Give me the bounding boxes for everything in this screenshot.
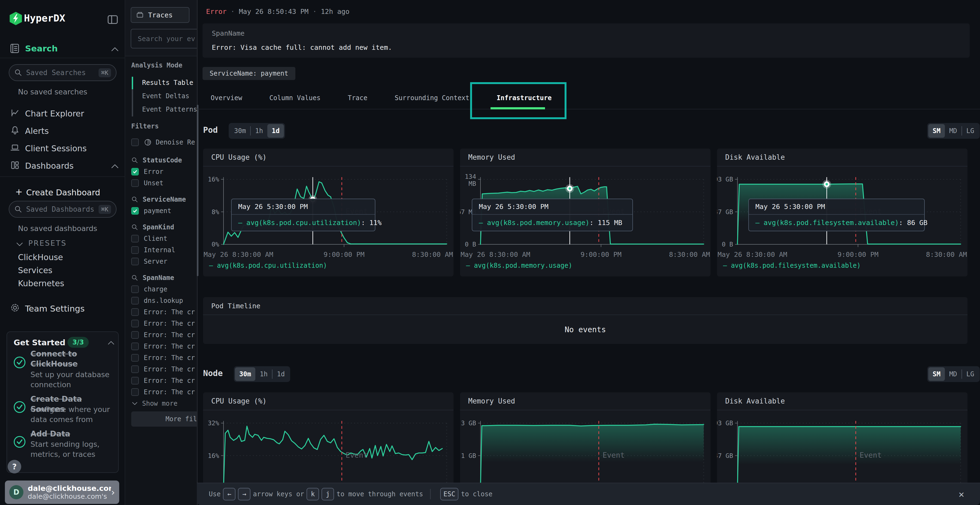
chevron-up-icon[interactable] bbox=[110, 163, 120, 170]
size-lg[interactable]: LG bbox=[962, 124, 978, 138]
filter-group-spankind[interactable]: SpanKind bbox=[131, 222, 174, 232]
filter-option-error-span[interactable]: Error: The cr bbox=[131, 342, 195, 351]
checkbox[interactable] bbox=[131, 286, 139, 293]
range-1h[interactable]: 1h bbox=[255, 367, 272, 381]
pod-memory-chart[interactable]: 134MB67 MB0 BEventMay 26 8:30:00 AM9:00:… bbox=[460, 149, 711, 276]
sidebar-item-kubernetes[interactable]: Kubernetes bbox=[18, 279, 64, 288]
filter-option-client[interactable]: Client bbox=[131, 234, 167, 243]
mode-results-table[interactable]: Results Table bbox=[142, 79, 193, 87]
saved-dashboards-input[interactable]: Saved Dashboards ⌘K bbox=[9, 201, 116, 218]
sidebar-item-chart-explorer[interactable]: Chart Explorer bbox=[25, 109, 84, 118]
checkbox[interactable] bbox=[131, 297, 139, 305]
filter-option-dns-lookup[interactable]: dns.lookup bbox=[131, 296, 183, 305]
filter-group-servicename[interactable]: ServiceName bbox=[131, 195, 186, 204]
source-select[interactable]: Traces bbox=[130, 7, 189, 23]
checkbox-checked[interactable] bbox=[131, 207, 139, 215]
k-key[interactable]: k bbox=[307, 488, 319, 500]
filter-option-error[interactable]: Error bbox=[131, 167, 163, 176]
checkbox[interactable] bbox=[131, 138, 139, 146]
sidebar-item-dashboards[interactable]: Dashboards bbox=[25, 161, 73, 171]
size-sm[interactable]: SM bbox=[928, 124, 945, 138]
arrow-right-key[interactable]: → bbox=[238, 488, 250, 500]
filter-option-charge[interactable]: charge bbox=[131, 284, 167, 294]
filter-group-statuscode[interactable]: StatusCode bbox=[131, 156, 182, 165]
size-md[interactable]: MD bbox=[945, 124, 961, 138]
checkbox[interactable] bbox=[131, 388, 139, 396]
search-query-input[interactable]: Search your ev bbox=[130, 29, 197, 48]
checkbox[interactable] bbox=[131, 179, 139, 187]
esc-key[interactable]: ESC bbox=[440, 488, 458, 500]
range-1d[interactable]: 1d bbox=[272, 367, 289, 381]
tab-trace[interactable]: Trace bbox=[348, 94, 367, 102]
mode-event-patterns[interactable]: Event Patterns bbox=[142, 106, 197, 113]
checkbox[interactable] bbox=[131, 377, 139, 384]
search-icon bbox=[14, 205, 22, 213]
search-icon bbox=[14, 68, 22, 77]
tab-overview[interactable]: Overview bbox=[211, 94, 242, 102]
tab-surrounding-context[interactable]: Surrounding Context bbox=[395, 94, 469, 102]
arrow-left-key[interactable]: ← bbox=[223, 488, 235, 500]
more-filters-button[interactable]: More fil bbox=[131, 411, 197, 427]
sidebar-item-client-sessions[interactable]: Client Sessions bbox=[25, 144, 87, 153]
svg-text:134MB: 134MB bbox=[465, 173, 476, 187]
pod-size-toggle: SMMDLG bbox=[927, 123, 980, 139]
checkbox[interactable] bbox=[131, 343, 139, 350]
checkbox[interactable] bbox=[131, 235, 139, 243]
checkbox[interactable] bbox=[131, 246, 139, 254]
size-md[interactable]: MD bbox=[945, 367, 961, 381]
filter-option-internal[interactable]: Internal bbox=[131, 245, 175, 255]
chevron-up-icon[interactable] bbox=[110, 46, 120, 53]
sidebar-item-team-settings[interactable]: Team Settings bbox=[25, 304, 85, 313]
annotation-highlight-box bbox=[470, 82, 566, 119]
help-button[interactable]: ? bbox=[8, 460, 21, 473]
size-lg[interactable]: LG bbox=[962, 367, 978, 381]
filter-option-error-span[interactable]: Error: The cr bbox=[131, 376, 195, 385]
filter-option-error-span[interactable]: Error: The cr bbox=[131, 308, 195, 317]
pod-disk-chart[interactable]: 93 GB47 GB0 BEventMay 26 8:30:00 AM9:00:… bbox=[717, 149, 967, 276]
pod-cpu-chart[interactable]: 16%8%0%EventMay 26 8:30:00 AM9:00:00 PM8… bbox=[203, 149, 453, 276]
filter-group-spanname[interactable]: SpanName bbox=[131, 273, 174, 283]
filter-option-unset[interactable]: Unset bbox=[131, 178, 163, 188]
filter-denoise[interactable]: Denoise Re bbox=[131, 138, 195, 147]
chevron-up-icon[interactable] bbox=[107, 340, 115, 346]
create-dashboard-button[interactable]: Create Dashboard bbox=[26, 188, 100, 197]
filter-option-error-span[interactable]: Error: The cr bbox=[131, 319, 195, 328]
range-1d[interactable]: 1d bbox=[267, 124, 284, 138]
range-30m[interactable]: 30m bbox=[230, 124, 250, 138]
filter-option-error-span[interactable]: Error: The cr bbox=[131, 387, 195, 397]
checkbox[interactable] bbox=[131, 354, 139, 362]
tab-column-values[interactable]: Column Values bbox=[269, 94, 321, 102]
presets-header[interactable]: PRESETS bbox=[28, 239, 67, 247]
get-started-step-title[interactable]: Connect to ClickHouse bbox=[30, 349, 110, 369]
scrollbar-thumb[interactable] bbox=[197, 105, 199, 276]
filter-option-server[interactable]: Server bbox=[131, 257, 167, 266]
user-menu[interactable]: D dale@clickhouse.com dale@clickhouse.co… bbox=[5, 481, 119, 504]
filter-option-payment[interactable]: payment bbox=[131, 206, 171, 216]
chevron-down-icon[interactable] bbox=[15, 241, 24, 248]
sidebar-item-alerts[interactable]: Alerts bbox=[25, 126, 49, 136]
close-icon[interactable]: ✕ bbox=[959, 489, 964, 500]
filter-option-error-span[interactable]: Error: The cr bbox=[131, 353, 195, 362]
range-1h[interactable]: 1h bbox=[251, 124, 267, 138]
filter-option-error-span[interactable]: Error: The cr bbox=[131, 365, 195, 374]
checkbox[interactable] bbox=[131, 308, 139, 316]
checkbox[interactable] bbox=[131, 320, 139, 327]
j-key[interactable]: j bbox=[321, 488, 334, 500]
sidebar-item-search[interactable]: Search bbox=[25, 43, 58, 53]
size-sm[interactable]: SM bbox=[928, 367, 945, 381]
sidebar-item-clickhouse[interactable]: ClickHouse bbox=[18, 252, 63, 262]
checkbox-checked[interactable] bbox=[131, 168, 139, 176]
service-name-chip[interactable]: ServiceName: payment bbox=[202, 67, 295, 80]
saved-searches-input[interactable]: Saved Searches ⌘K bbox=[9, 64, 116, 81]
filter-option-error-span[interactable]: Error: The cr bbox=[131, 330, 195, 340]
mode-event-deltas[interactable]: Event Deltas bbox=[142, 92, 189, 100]
filter-label: Error: The cr bbox=[144, 308, 195, 316]
checkbox[interactable] bbox=[131, 258, 139, 265]
checkbox[interactable] bbox=[131, 365, 139, 373]
sidebar-item-services[interactable]: Services bbox=[18, 265, 52, 275]
checkbox[interactable] bbox=[131, 331, 139, 339]
show-more-button[interactable]: Show more bbox=[131, 399, 178, 408]
range-30m[interactable]: 30m bbox=[235, 367, 255, 381]
get-started-step-title[interactable]: Add Data bbox=[30, 429, 115, 439]
collapse-sidebar-icon[interactable] bbox=[107, 14, 119, 25]
